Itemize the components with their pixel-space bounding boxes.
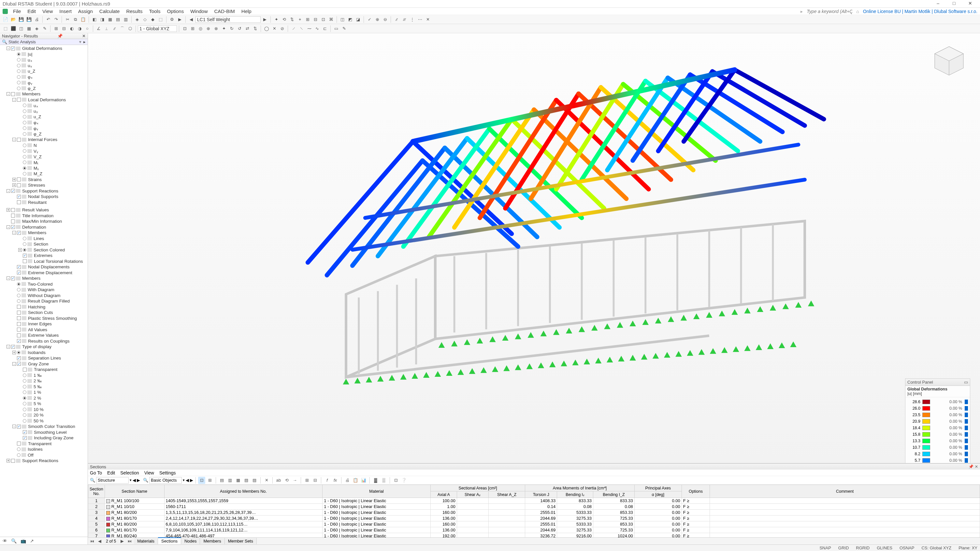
btb-t[interactable]: ▒ — [380, 477, 387, 484]
tree-item[interactable]: ✓Results on Couplings — [0, 338, 88, 344]
tree-item[interactable]: -✓Members — [0, 275, 88, 281]
tb2-s[interactable]: ◎ — [197, 25, 204, 32]
btb-d[interactable]: ▥ — [226, 477, 234, 484]
tree-item[interactable]: Max/Min Information — [0, 219, 88, 224]
status-plane--xy[interactable]: Plane: XY — [958, 545, 977, 550]
tb2-f[interactable]: ✎ — [41, 25, 48, 32]
tb2-m[interactable]: ⟂ — [103, 25, 110, 32]
tree-item[interactable]: -✓Support Reactions — [0, 188, 88, 194]
tree-item[interactable]: Mᵧ — [0, 165, 88, 171]
btb-n[interactable]: f — [323, 477, 331, 484]
nav-foot-1[interactable]: 👁 — [3, 538, 7, 543]
tb2-ah[interactable]: ⊏ — [321, 25, 328, 32]
btb-help-icon[interactable]: ❔ — [400, 477, 407, 484]
tree-item[interactable]: Two-Colored — [0, 281, 88, 287]
navigator-close-icon[interactable]: ✕ — [82, 33, 86, 38]
tb-b[interactable]: ◨ — [99, 16, 106, 23]
bottom-close-icon[interactable]: ✕ — [975, 464, 978, 469]
tree-item[interactable]: M_Z — [0, 171, 88, 177]
tree-item[interactable]: With Diagram — [0, 287, 88, 293]
copy-icon[interactable]: ⧉ — [72, 16, 79, 23]
save-icon[interactable]: 💾 — [18, 16, 25, 23]
menu-insert[interactable]: Insert — [56, 8, 75, 14]
tb-u[interactable]: ◪ — [355, 16, 362, 23]
sections-table[interactable]: Section No. Section Name Assigned to Mem… — [88, 484, 980, 537]
tree-item[interactable]: 2 ‰ — [0, 378, 88, 384]
tree-item[interactable]: -✓Members — [0, 230, 88, 236]
tree-item[interactable]: V_Z — [0, 154, 88, 160]
table-row[interactable]: 4 R_M1 80/170 2,4,12,14,17,19,22,24,27,2… — [88, 516, 980, 521]
tree-item[interactable]: 1 % — [0, 389, 88, 395]
tree-item[interactable]: u_Z — [0, 68, 88, 74]
bottom-menu-view[interactable]: View — [144, 470, 154, 475]
view-cube[interactable] — [931, 43, 967, 79]
tb2-c[interactable]: ◫ — [18, 25, 25, 32]
tree-item[interactable]: Lines — [0, 236, 88, 241]
tb-q[interactable]: ⊡ — [320, 16, 327, 23]
next-page-icon[interactable]: ▶ — [119, 538, 126, 543]
tb2-g[interactable]: ⊞ — [52, 25, 60, 32]
bottom-sel-structure[interactable]: Structure — [96, 477, 129, 484]
tree-item[interactable]: φ_Z — [0, 86, 88, 92]
bottom-menu-settings[interactable]: Settings — [159, 470, 176, 475]
tree-item[interactable]: ✓Smoothing Level — [0, 430, 88, 435]
table-row[interactable]: 7 R_M1 80/240 454-465,470-481,486-4971 -… — [88, 533, 980, 538]
tb2-ad[interactable]: ⟋ — [290, 25, 297, 32]
tree-item[interactable]: 50 % — [0, 418, 88, 424]
tb-e[interactable]: ▥ — [122, 16, 129, 23]
tb2-p[interactable]: ⬡ — [126, 25, 134, 32]
tb2-b[interactable]: ⬛ — [10, 25, 17, 32]
btb-r[interactable]: 📊 — [360, 477, 367, 484]
tb-k[interactable]: ✦ — [273, 16, 280, 23]
tree-item[interactable]: Local Torsional Rotations — [0, 259, 88, 264]
nav-foot-4[interactable]: ↗ — [30, 538, 34, 543]
menu-help[interactable]: Help — [238, 8, 255, 14]
tree-item[interactable]: Result Diagram Filled — [0, 298, 88, 304]
first-page-icon[interactable]: ⏮ — [88, 538, 96, 543]
tree-item[interactable]: Hatching — [0, 304, 88, 310]
navigator-pin-icon[interactable]: 📌 — [57, 33, 62, 38]
tree-item[interactable]: 10 % — [0, 407, 88, 413]
tab-sections[interactable]: Sections — [158, 537, 181, 544]
tree-item[interactable]: ✓Nodal Displacements — [0, 264, 88, 270]
tab-materials[interactable]: Materials — [134, 538, 158, 544]
close-button[interactable]: ✕ — [963, 1, 977, 7]
tb2-v[interactable]: ✦ — [220, 25, 228, 32]
menu-calculate[interactable]: Calculate — [96, 8, 123, 14]
menu-view[interactable]: View — [39, 8, 56, 14]
btb-u[interactable]: ⊡ — [392, 477, 399, 484]
tb2-i[interactable]: ◐ — [68, 25, 75, 32]
tb-c[interactable]: ▦ — [107, 16, 114, 23]
btb-p[interactable]: 🖨 — [344, 477, 351, 484]
prev-lc-icon[interactable]: ◀ — [188, 16, 195, 23]
tree-item[interactable]: +Result Values — [0, 207, 88, 213]
tree-item[interactable]: φₓ — [0, 120, 88, 126]
keyword-search-input[interactable] — [807, 9, 852, 14]
tree-item[interactable]: All Values — [0, 327, 88, 333]
navigator-mode-select[interactable]: Static Analysis — [8, 40, 79, 44]
cut-icon[interactable]: ✂ — [64, 16, 71, 23]
tb2-ac[interactable]: ⊘ — [278, 25, 286, 32]
table-row[interactable]: 3 R_M1 80/200 1,3,5,11,13,15,16,18,20,21… — [88, 510, 980, 516]
new-icon[interactable]: 📄 — [2, 16, 9, 23]
tree-item[interactable]: 5 ‰ — [0, 384, 88, 390]
tree-item[interactable]: +Section Colored — [0, 247, 88, 253]
bottom-pin-icon[interactable]: 📌 — [969, 464, 974, 469]
btb-i[interactable]: ab — [275, 477, 282, 484]
tree-item[interactable]: Mₜ — [0, 160, 88, 165]
next-lc-icon[interactable]: ▶ — [261, 16, 269, 23]
btb-q[interactable]: 📋 — [352, 477, 359, 484]
tb-o[interactable]: ⊞ — [304, 16, 311, 23]
tb-h[interactable]: ◆ — [149, 16, 156, 23]
tb2-l[interactable]: ∠ — [95, 25, 102, 32]
tree-item[interactable]: +Strains — [0, 177, 88, 183]
tb-a[interactable]: ◧ — [91, 16, 98, 23]
status-rgrid[interactable]: RGRID — [856, 545, 870, 550]
tree-item[interactable]: Extreme Values — [0, 332, 88, 338]
tree-item[interactable]: +Isobands — [0, 350, 88, 356]
tb-n[interactable]: ⌖ — [296, 16, 303, 23]
tb-v[interactable]: ✓ — [366, 16, 373, 23]
undo-icon[interactable]: ↶ — [45, 16, 52, 23]
tab-nodes[interactable]: Nodes — [181, 538, 200, 544]
tree-item[interactable]: φₓ — [0, 74, 88, 80]
